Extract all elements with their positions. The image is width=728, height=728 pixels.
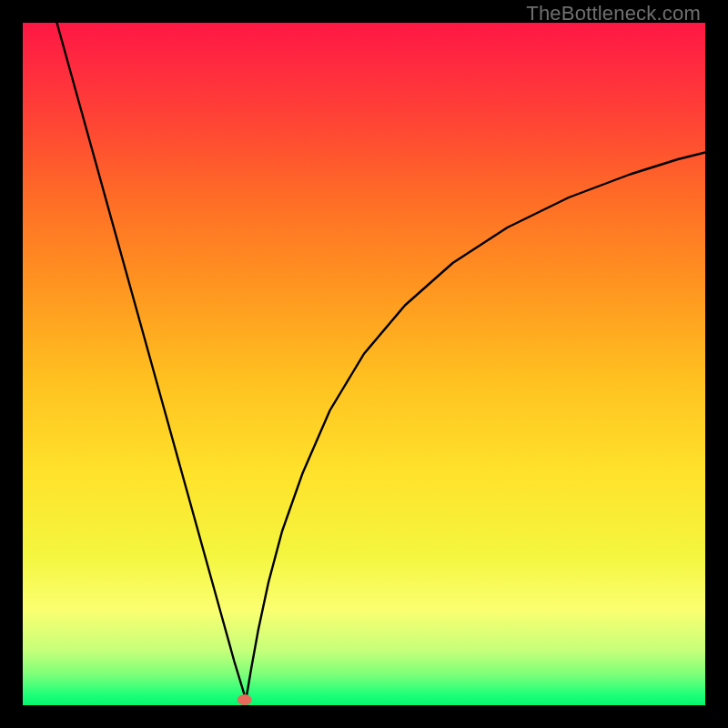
chart-frame bbox=[23, 23, 705, 705]
bottleneck-chart bbox=[23, 23, 705, 705]
optimum-marker bbox=[238, 694, 252, 705]
gradient-background bbox=[23, 23, 705, 705]
